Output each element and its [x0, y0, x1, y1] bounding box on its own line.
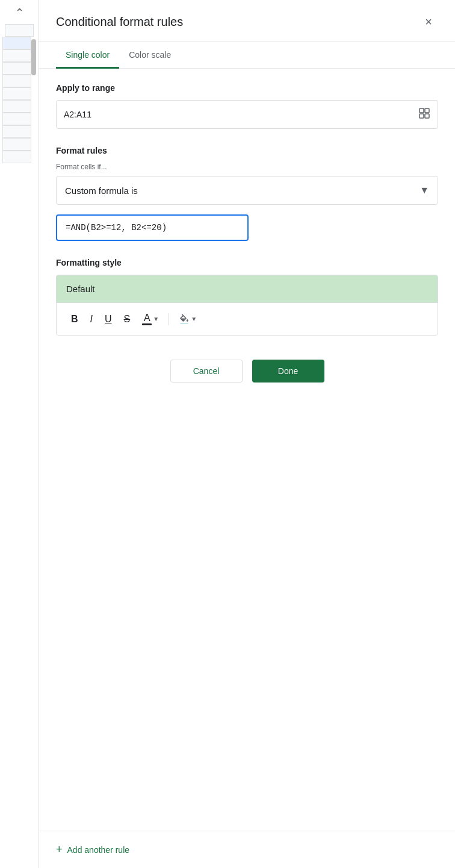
formatting-style-section: Formatting style Default B I: [56, 258, 438, 336]
panel-title: Conditional format rules: [56, 15, 183, 29]
action-buttons: Cancel Done: [56, 360, 438, 397]
fill-color-dropdown-arrow-icon: ▼: [191, 316, 197, 322]
tab-single-color[interactable]: Single color: [56, 42, 119, 69]
row-header-5: [2, 87, 31, 100]
apply-to-range-label: Apply to range: [56, 83, 438, 93]
text-color-bar: [142, 323, 152, 325]
svg-rect-4: [180, 323, 188, 324]
row-header-7: [2, 113, 31, 125]
toolbar-divider: [169, 313, 169, 325]
close-button[interactable]: ×: [419, 12, 438, 31]
underline-icon: U: [105, 314, 112, 325]
style-default-label: Default: [66, 284, 95, 294]
add-rule-section: + Add another rule: [39, 831, 455, 868]
strikethrough-icon: S: [124, 314, 131, 325]
add-rule-plus-icon: +: [56, 843, 63, 856]
tabs-container: Single color Color scale: [39, 42, 455, 69]
condition-dropdown-arrow-icon: ▼: [419, 185, 429, 196]
text-color-letter: A: [144, 313, 150, 323]
cancel-button[interactable]: Cancel: [170, 360, 243, 382]
style-default-preview: Default: [57, 275, 438, 302]
tab-color-scale[interactable]: Color scale: [119, 42, 181, 69]
format-rules-section: Format rules Format cells if... Custom f…: [56, 146, 438, 241]
row-header-3: [2, 62, 31, 75]
add-rule-label: Add another rule: [67, 845, 130, 855]
range-input-wrapper: [56, 100, 438, 129]
bold-button[interactable]: B: [66, 310, 83, 328]
range-input[interactable]: [64, 110, 413, 119]
spreadsheet-gutter: ⌃: [0, 0, 39, 868]
row-header-6: [2, 100, 31, 113]
scroll-thumb[interactable]: [31, 39, 36, 75]
row-header-4: [2, 75, 31, 87]
bold-icon: B: [71, 314, 78, 325]
italic-icon: I: [90, 314, 93, 325]
svg-rect-1: [425, 108, 429, 113]
svg-rect-2: [419, 114, 424, 118]
row-header-8: [2, 125, 31, 138]
add-another-rule-link[interactable]: + Add another rule: [56, 843, 438, 856]
row-header-1: [5, 24, 34, 37]
style-preview: Default B I U: [56, 275, 438, 336]
row-header-selected: [2, 37, 31, 49]
text-color-indicator: A: [142, 313, 152, 325]
condition-value: Custom formula is: [65, 186, 419, 196]
panel-header: Conditional format rules ×: [39, 0, 455, 42]
underline-button[interactable]: U: [100, 310, 117, 328]
text-color-dropdown-arrow-icon: ▼: [153, 316, 159, 322]
condition-dropdown[interactable]: Custom formula is ▼: [56, 176, 438, 205]
row-header-9: [2, 138, 31, 151]
fill-color-icon: [179, 314, 190, 325]
panel-body: Apply to range Format rules Format cells…: [39, 69, 455, 831]
italic-button[interactable]: I: [85, 310, 98, 328]
strikethrough-button[interactable]: S: [119, 310, 135, 328]
svg-rect-0: [419, 108, 424, 113]
grid-select-icon[interactable]: [418, 107, 430, 122]
fill-color-button[interactable]: ▼: [174, 310, 202, 328]
row-header-2: [2, 49, 31, 62]
text-color-button[interactable]: A ▼: [137, 309, 164, 329]
done-button[interactable]: Done: [252, 360, 324, 382]
style-toolbar: B I U S: [57, 302, 438, 335]
format-rules-label: Format rules: [56, 146, 438, 155]
format-cells-if-label: Format cells if...: [56, 163, 438, 171]
row-header-10: [2, 151, 31, 163]
up-arrow-icon[interactable]: ⌃: [15, 6, 24, 19]
formatting-style-label: Formatting style: [56, 258, 438, 267]
formula-input[interactable]: [56, 214, 249, 241]
conditional-format-panel: Conditional format rules × Single color …: [39, 0, 455, 868]
fill-color-indicator: [179, 314, 190, 325]
svg-rect-3: [425, 114, 429, 118]
